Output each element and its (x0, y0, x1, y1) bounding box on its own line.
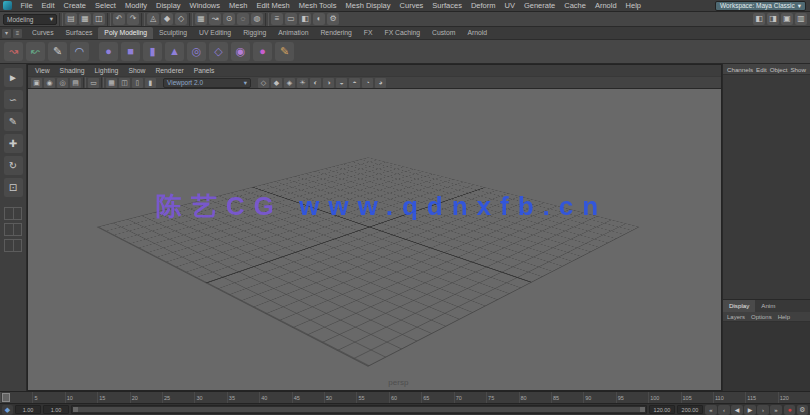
attribute-editor-icon[interactable]: ◨ (767, 13, 779, 25)
select-hierarchy-icon[interactable]: ◬ (147, 13, 159, 25)
move-tool-icon[interactable]: ✚ (4, 134, 23, 153)
bookmark-icon[interactable]: ▤ (70, 78, 81, 88)
layer-list[interactable] (723, 322, 810, 391)
range-end-field[interactable]: 120.00 (649, 405, 675, 414)
arc-tool-icon[interactable]: ◠ (70, 42, 89, 61)
step-forward-key-button[interactable]: › (757, 405, 769, 415)
anti-alias-icon[interactable]: ◓ (349, 78, 360, 88)
panel-menu-item[interactable]: Renderer (150, 67, 188, 74)
separator[interactable] (189, 13, 193, 26)
scale-tool-icon[interactable]: ⊡ (4, 178, 23, 197)
shelf-tab[interactable]: Poly Modeling (98, 27, 153, 39)
menu-item[interactable]: Curves (395, 0, 428, 12)
panel-menu-item[interactable]: Shading (55, 67, 90, 74)
shelf-edit-menu-icon[interactable]: ≡ (13, 29, 22, 38)
separator[interactable] (265, 13, 269, 26)
menu-item[interactable]: Edit Mesh (252, 0, 294, 12)
menu-set-dropdown[interactable]: Modeling ▾ (3, 14, 57, 25)
poly-plane-icon[interactable]: ◇ (209, 42, 228, 61)
render-settings-icon[interactable]: ⚙ (327, 13, 339, 25)
camera-lock-icon[interactable]: ◉ (44, 78, 55, 88)
lasso-tool-icon[interactable]: ∽ (4, 90, 23, 109)
range-start-field[interactable]: 1.00 (15, 405, 41, 414)
tool-settings-icon[interactable]: ▣ (781, 13, 793, 25)
lights-icon[interactable]: ☀ (297, 78, 308, 88)
sculpt-sphere-icon[interactable]: ● (253, 42, 272, 61)
undo-icon[interactable]: ↶ (113, 13, 125, 25)
channel-box-menu-item[interactable]: Edit (756, 66, 767, 73)
menu-item[interactable]: Surfaces (428, 0, 467, 12)
time-slider[interactable]: 1510152025303540455055606570758085909510… (0, 391, 810, 403)
channel-box-icon[interactable]: ▥ (795, 13, 807, 25)
workspace-dropdown[interactable]: Workspace: Maya Classic ▾ (715, 1, 806, 11)
range-slider-track[interactable] (71, 405, 647, 414)
poly-sphere-icon[interactable]: ● (99, 42, 118, 61)
sculpt-brush-icon[interactable]: ✎ (275, 42, 294, 61)
play-forward-button[interactable]: ▶ (744, 405, 756, 415)
shelf-tab-menu-icon[interactable]: ▾ (2, 29, 11, 38)
poly-torus-icon[interactable]: ◎ (187, 42, 206, 61)
shelf-tab[interactable]: Rendering (314, 27, 357, 39)
shelf-separator[interactable] (92, 42, 96, 61)
xray-icon[interactable]: ◔ (362, 78, 373, 88)
wireframe-icon[interactable]: ◇ (258, 78, 269, 88)
separator[interactable] (59, 13, 63, 26)
separator[interactable] (141, 13, 145, 26)
poly-cube-icon[interactable]: ■ (121, 42, 140, 61)
current-time-marker[interactable] (2, 393, 10, 402)
shelf-tab[interactable]: Curves (26, 27, 60, 39)
layer-editor-tab[interactable]: Anim (755, 300, 781, 312)
render-frame-icon[interactable]: ◧ (299, 13, 311, 25)
panel-menu-item[interactable]: Lighting (90, 67, 124, 74)
layer-editor-tab[interactable]: Display (723, 300, 755, 312)
menu-item[interactable]: Help (621, 0, 645, 12)
menu-item[interactable]: Mesh (225, 0, 252, 12)
shaded-icon[interactable]: ◆ (271, 78, 282, 88)
make-live-icon[interactable]: ◍ (251, 13, 263, 25)
layout-four-pane-button[interactable] (4, 223, 22, 236)
shelf-tab[interactable]: FX Caching (379, 27, 427, 39)
pencil-curve-icon[interactable]: ✎ (48, 42, 67, 61)
menu-item[interactable]: Windows (185, 0, 224, 12)
menu-item[interactable]: Cache (560, 0, 591, 12)
open-render-view-icon[interactable]: ▭ (285, 13, 297, 25)
shelf-tab[interactable]: UV Editing (193, 27, 237, 39)
separator[interactable] (107, 13, 111, 26)
separator[interactable] (101, 77, 104, 88)
go-to-end-button[interactable]: » (770, 405, 782, 415)
snap-plane-icon[interactable]: ◌ (237, 13, 249, 25)
menu-item[interactable]: Display (152, 0, 186, 12)
panel-menu-item[interactable]: Show (123, 67, 150, 74)
rotate-tool-icon[interactable]: ↻ (4, 156, 23, 175)
step-back-key-button[interactable]: ‹ (718, 405, 730, 415)
snap-grid-icon[interactable]: ▦ (195, 13, 207, 25)
range-slider-handle[interactable] (73, 407, 645, 412)
ep-curve-icon[interactable]: ↝ (4, 42, 23, 61)
menu-item[interactable]: File (16, 0, 37, 12)
select-component-icon[interactable]: ◇ (175, 13, 187, 25)
gate-mask-icon[interactable]: ▮ (145, 78, 156, 88)
motion-blur-icon[interactable]: ◒ (336, 78, 347, 88)
poly-disc-icon[interactable]: ◉ (231, 42, 250, 61)
cv-curve-icon[interactable]: ↜ (26, 42, 45, 61)
shelf-tab[interactable]: Custom (426, 27, 461, 39)
anim-key-icon[interactable]: ◆ (2, 405, 13, 415)
film-gate-icon[interactable]: ◫ (119, 78, 130, 88)
menu-item[interactable]: Deform (466, 0, 500, 12)
menu-item[interactable]: Generate (519, 0, 559, 12)
shelf-tab[interactable]: Animation (272, 27, 314, 39)
panel-menu-item[interactable]: Panels (189, 67, 220, 74)
new-scene-icon[interactable]: ▤ (65, 13, 77, 25)
modeling-toolkit-icon[interactable]: ◧ (753, 13, 765, 25)
go-to-start-button[interactable]: « (705, 405, 717, 415)
resolution-gate-icon[interactable]: ▯ (132, 78, 143, 88)
animation-preferences-button[interactable]: ⚙ (797, 405, 808, 415)
textured-icon[interactable]: ◈ (284, 78, 295, 88)
renderer-dropdown[interactable]: Viewport 2.0 ▾ (163, 78, 251, 88)
redo-icon[interactable]: ↷ (127, 13, 139, 25)
layer-editor-menu-item[interactable]: Options (751, 314, 772, 320)
channel-box-menu-item[interactable]: Channels (727, 66, 753, 73)
auto-keyframe-button[interactable]: ● (784, 405, 795, 415)
layout-single-button[interactable] (4, 207, 22, 220)
save-scene-icon[interactable]: ◫ (93, 13, 105, 25)
